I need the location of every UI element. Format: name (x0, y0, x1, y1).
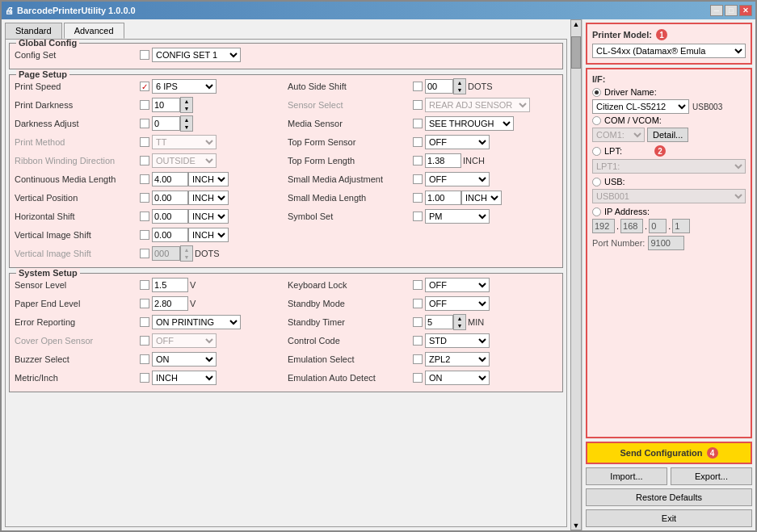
auto-side-shift-btns[interactable]: ▲ ▼ (453, 78, 466, 94)
print-speed-checkbox[interactable] (140, 82, 149, 91)
scroll-up[interactable]: ▲ (573, 20, 580, 28)
darkness-adjust-spinner[interactable]: ▲ ▼ (152, 115, 193, 132)
vert-img-shift-checkbox[interactable] (140, 230, 149, 240)
driver-name-radio[interactable] (592, 88, 601, 97)
emulation-select-checkbox[interactable] (413, 354, 423, 364)
print-darkness-input[interactable] (152, 98, 180, 112)
print-darkness-down[interactable]: ▼ (181, 105, 192, 112)
com-vcom-radio[interactable] (592, 116, 601, 125)
print-darkness-up[interactable]: ▲ (181, 98, 192, 105)
emulation-select-select[interactable]: ZPL2 (425, 352, 490, 367)
media-sensor-checkbox[interactable] (413, 119, 423, 128)
top-form-sensor-checkbox[interactable] (413, 137, 423, 147)
minimize-button[interactable]: ─ (710, 5, 723, 16)
standby-timer-spinner[interactable]: ▲ ▼ (425, 314, 466, 330)
emulation-auto-select[interactable]: ON (425, 371, 490, 385)
symbol-set-select[interactable]: PM (425, 209, 490, 224)
tab-advanced[interactable]: Advanced (64, 23, 124, 39)
config-set-select[interactable]: CONFIG SET 1 (152, 48, 241, 62)
driver-name-select[interactable]: Citizen CL-S5212 (592, 99, 689, 114)
ip-radio[interactable] (592, 207, 601, 216)
sensor-level-input[interactable] (152, 278, 188, 292)
error-reporting-select[interactable]: ON PRINTING (152, 315, 241, 329)
auto-side-shift-up[interactable]: ▲ (454, 79, 465, 86)
printer-model-select[interactable]: CL-S4xx (Datamax® Emula (592, 44, 746, 58)
usb-radio[interactable] (592, 178, 601, 186)
print-darkness-btns[interactable]: ▲ ▼ (180, 97, 193, 113)
standby-mode-checkbox[interactable] (413, 299, 423, 308)
symbol-set-checkbox[interactable] (413, 212, 423, 221)
darkness-adjust-input[interactable] (152, 116, 180, 131)
vert-img-shift-input[interactable] (152, 228, 188, 242)
cover-open-checkbox[interactable] (140, 336, 149, 346)
paper-end-input[interactable] (152, 296, 188, 311)
tab-standard[interactable]: Standard (5, 23, 62, 39)
horiz-shift-checkbox[interactable] (140, 212, 149, 221)
maximize-button[interactable]: □ (725, 5, 738, 16)
lpt-radio[interactable] (592, 147, 601, 156)
standby-timer-input[interactable] (425, 315, 453, 329)
print-darkness-spinner[interactable]: ▲ ▼ (152, 97, 193, 113)
keyboard-lock-checkbox[interactable] (413, 280, 423, 290)
cont-media-input[interactable] (152, 172, 188, 186)
vert-img-shift2-spinner[interactable]: ▲ ▼ (152, 245, 193, 262)
small-media-length-checkbox[interactable] (413, 193, 423, 203)
auto-side-shift-input[interactable] (425, 79, 453, 94)
horiz-shift-input[interactable] (152, 209, 188, 224)
small-media-adj-checkbox[interactable] (413, 174, 423, 184)
print-speed-select[interactable]: 6 IPS (152, 79, 217, 94)
standby-timer-btns[interactable]: ▲ ▼ (453, 314, 466, 330)
horiz-shift-unit[interactable]: INCH (188, 209, 229, 224)
print-darkness-checkbox[interactable] (140, 100, 149, 110)
standby-timer-down[interactable]: ▼ (454, 322, 465, 329)
top-form-length-input[interactable] (425, 153, 461, 168)
darkness-adjust-down[interactable]: ▼ (181, 124, 192, 131)
buzzer-select-select[interactable]: ON (152, 352, 217, 367)
ribbon-wind-checkbox[interactable] (140, 156, 149, 165)
vert-pos-unit[interactable]: INCH (188, 191, 229, 205)
buzzer-select-checkbox[interactable] (140, 354, 149, 364)
scroll-thumb[interactable] (571, 36, 581, 69)
vert-img-shift-unit[interactable]: INCH (188, 228, 229, 242)
control-code-select[interactable]: STD (425, 333, 490, 348)
title-bar-buttons[interactable]: ─ □ ✕ (710, 5, 752, 16)
small-media-length-unit[interactable]: INCH (461, 191, 502, 205)
restore-button[interactable]: Restore Defaults (586, 488, 752, 506)
cont-media-checkbox[interactable] (140, 174, 149, 184)
standby-timer-up[interactable]: ▲ (454, 315, 465, 322)
standby-timer-checkbox[interactable] (413, 317, 423, 327)
auto-side-shift-checkbox[interactable] (413, 82, 423, 91)
import-button[interactable]: Import... (586, 467, 667, 485)
media-sensor-select[interactable]: SEE THROUGH (425, 116, 514, 131)
print-method-checkbox[interactable] (140, 137, 149, 147)
standby-mode-select[interactable]: OFF (425, 296, 490, 311)
paper-end-checkbox[interactable] (140, 299, 149, 308)
darkness-adjust-btns[interactable]: ▲ ▼ (180, 115, 193, 132)
small-media-adj-select[interactable]: OFF (425, 172, 490, 186)
close-button[interactable]: ✕ (739, 5, 752, 16)
metric-inch-checkbox[interactable] (140, 373, 149, 383)
send-config-button[interactable]: Send Configuration 4 (586, 442, 752, 464)
scrollbar[interactable]: ▲ ▼ (570, 19, 582, 530)
top-form-length-checkbox[interactable] (413, 156, 423, 165)
top-form-sensor-select[interactable]: OFF (425, 135, 490, 149)
metric-inch-select[interactable]: INCH (152, 371, 217, 385)
vert-pos-input[interactable] (152, 191, 188, 205)
sensor-level-checkbox[interactable] (140, 280, 149, 290)
darkness-adjust-checkbox[interactable] (140, 119, 149, 128)
error-reporting-checkbox[interactable] (140, 317, 149, 327)
small-media-length-input[interactable] (425, 191, 461, 205)
auto-side-shift-down[interactable]: ▼ (454, 86, 465, 94)
scroll-down[interactable]: ▼ (573, 522, 580, 530)
vert-pos-checkbox[interactable] (140, 193, 149, 203)
cont-media-unit[interactable]: INCH (188, 172, 229, 186)
control-code-checkbox[interactable] (413, 336, 423, 346)
keyboard-lock-select[interactable]: OFF (425, 278, 490, 292)
export-button[interactable]: Export... (671, 467, 752, 485)
detail-button[interactable]: Detail... (647, 128, 688, 142)
exit-button[interactable]: Exit (586, 509, 752, 527)
config-set-checkbox[interactable] (140, 50, 149, 60)
vert-img-shift2-checkbox[interactable] (140, 249, 149, 258)
auto-side-shift-spinner[interactable]: ▲ ▼ (425, 78, 466, 94)
darkness-adjust-up[interactable]: ▲ (181, 116, 192, 124)
